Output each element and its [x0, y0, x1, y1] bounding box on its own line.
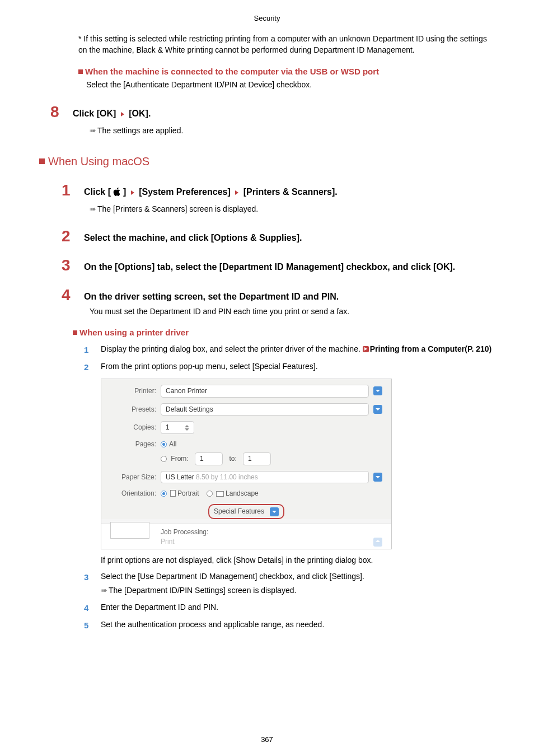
printer-label: Printer: [110, 386, 161, 396]
orientation-landscape-radio[interactable]: Landscape [207, 489, 259, 497]
macos-step2-text: Select the machine, and click [Options &… [84, 228, 495, 244]
cross-reference-link[interactable]: Printing from a Computer(P. 210) [370, 344, 492, 353]
substep-2-text: From the print options pop-up menu, sele… [101, 361, 495, 372]
copies-value: 1 [166, 423, 170, 432]
sub1-body: Display the printing dialog box, and sel… [101, 344, 363, 353]
dropdown-arrow-icon[interactable] [373, 386, 382, 395]
orientation-portrait-radio[interactable]: Portrait [161, 489, 199, 497]
usb-wsd-heading: When the machine is connected to the com… [78, 66, 495, 77]
print-preview-thumbnail [110, 522, 149, 539]
m1d: [Printers & Scanners]. [243, 187, 338, 197]
page-number: 367 [0, 735, 534, 745]
macos-step3-text: On the [Options] tab, select the [Depart… [84, 258, 495, 273]
m1a: Click [ [84, 187, 111, 197]
macos-step4-body: You must set the Department ID and PIN e… [90, 306, 495, 318]
m1-result-text: The [Printers & Scanners] screen is disp… [97, 204, 258, 213]
m1b: ] [123, 187, 126, 197]
paper-value: US Letter [166, 473, 194, 481]
paper-size-dropdown[interactable]: US Letter 8.50 by 11.00 inches [161, 471, 369, 484]
step-number-8: 8 [50, 104, 73, 120]
presets-dropdown[interactable]: Default Settings [161, 403, 369, 416]
step8-post: [OK]. [129, 109, 151, 118]
printer-value: Canon Printer [166, 386, 207, 396]
applied-text: The settings are applied. [97, 126, 183, 135]
radio-unselected-icon [161, 456, 167, 462]
radio-selected-icon [161, 491, 167, 497]
substep-3-result: ➠The [Department ID/PIN Settings] screen… [101, 585, 495, 596]
page-header-title: Security [39, 13, 495, 24]
radio-selected-icon [161, 441, 167, 447]
dropdown-arrow-icon [270, 507, 279, 516]
presets-value: Default Settings [166, 405, 213, 414]
printer-driver-heading: When using a printer driver [73, 326, 495, 338]
copies-label: Copies: [110, 423, 161, 432]
result-arrow-icon: ➠ [101, 585, 106, 596]
substep-number-4: 4 [84, 602, 101, 614]
substep-number-5: 5 [84, 619, 101, 631]
from-label: From: [171, 455, 188, 463]
substep-number-1: 1 [84, 344, 101, 356]
substep-2-after: If print options are not displayed, clic… [101, 555, 495, 566]
job-processing-label: Job Processing: [161, 528, 358, 537]
sub3-result-text: The [Department ID/PIN Settings] screen … [109, 586, 296, 595]
step-number-3: 3 [62, 258, 84, 273]
substep-3-text: Select the [Use Department ID Management… [101, 571, 495, 582]
portrait-icon [170, 490, 176, 497]
pages-all-radio[interactable]: All [161, 440, 382, 449]
radio-unselected-icon [207, 491, 213, 497]
pages-label: Pages: [110, 440, 161, 449]
orientation-label: Orientation: [110, 489, 161, 498]
intro-note: * If this setting is selected while rest… [78, 34, 495, 55]
step-number-4: 4 [62, 287, 84, 303]
dropdown-arrow-icon[interactable] [373, 405, 382, 414]
job-processing-value: Print [161, 537, 358, 547]
dropdown-arrow-icon[interactable] [373, 473, 382, 482]
printer-dropdown[interactable]: Canon Printer [161, 385, 369, 398]
substep-5-text: Set the authentication process and appli… [101, 619, 495, 631]
pages-from-radio[interactable]: From: 1 to: 1 [161, 452, 382, 465]
step-8-text: Click [OK] [OK]. [73, 104, 495, 120]
pages-from-input[interactable]: 1 [195, 452, 223, 465]
result-arrow-icon: ➠ [90, 125, 95, 137]
step-number-1: 1 [62, 183, 84, 198]
paper-size-label: Paper Size: [110, 473, 161, 482]
m1c: [System Preferences] [139, 187, 231, 197]
usb-wsd-text: Select the [Authenticate Department ID/P… [86, 80, 495, 91]
presets-label: Presets: [110, 405, 161, 414]
apple-logo-icon [113, 187, 120, 197]
result-arrow-icon: ➠ [90, 204, 95, 215]
step-number-2: 2 [62, 228, 84, 244]
triangle-separator-icon [235, 190, 238, 195]
landscape-icon [216, 491, 224, 497]
macos-step4-text: On the driver setting screen, set the De… [84, 287, 495, 303]
macos-section-heading: When Using macOS [39, 153, 495, 169]
macos-step1-text: Click [ ] [System Preferences] [Printers… [84, 183, 495, 198]
substep-4-text: Enter the Department ID and PIN. [101, 602, 495, 613]
substep-1-text: Display the printing dialog box, and sel… [101, 344, 495, 355]
special-features-dropdown[interactable]: Special Features [208, 504, 284, 519]
copies-input[interactable]: 1 [161, 421, 194, 434]
step8-pre: Click [OK] [73, 109, 116, 118]
special-text: Special Features [214, 507, 264, 516]
pages-to-input[interactable]: 1 [243, 452, 271, 465]
substep-number-3: 3 [84, 571, 101, 583]
dropdown-arrow-icon [373, 538, 382, 547]
pages-all-text: All [169, 440, 176, 448]
orientation-options: Portrait Landscape [161, 489, 382, 498]
portrait-text: Portrait [177, 489, 199, 497]
triangle-separator-icon [121, 112, 124, 116]
substep-number-2: 2 [84, 361, 101, 373]
paper-dim: 8.50 by 11.00 inches [196, 473, 258, 481]
macos-step1-result: ➠The [Printers & Scanners] screen is dis… [90, 204, 495, 215]
step8-result: ➠The settings are applied. [90, 125, 495, 137]
stepper-icon[interactable] [185, 425, 189, 431]
landscape-text: Landscape [226, 489, 259, 497]
print-dialog-screenshot: Printer: Canon Printer Presets: Default … [101, 379, 392, 549]
triangle-separator-icon [131, 190, 134, 195]
link-bullet-icon [363, 346, 369, 352]
to-label: to: [229, 455, 236, 463]
